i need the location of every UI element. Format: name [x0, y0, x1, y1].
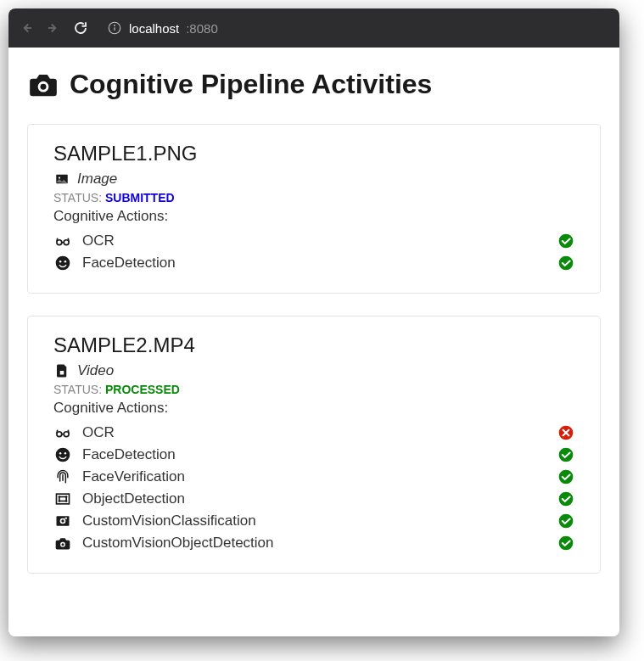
check-circle-icon: [557, 490, 574, 507]
url-host: localhost: [129, 21, 179, 36]
action-label: OCR: [82, 424, 547, 441]
forward-button-icon[interactable]: [46, 20, 61, 36]
action-row: CustomVisionClassification: [53, 510, 574, 532]
media-type-label: Video: [77, 362, 114, 379]
browser-toolbar: localhost:8080: [8, 8, 619, 48]
status-label: STATUS:: [53, 383, 102, 396]
url-port: :8080: [186, 21, 218, 36]
camera-icon: [27, 68, 59, 100]
status-value: PROCESSED: [102, 383, 180, 396]
status-row: STATUS: PROCESSED: [53, 383, 574, 396]
action-row: FaceVerification: [53, 466, 574, 488]
video-file-icon: [53, 363, 70, 378]
face-icon: [53, 446, 72, 463]
action-label: FaceDetection: [82, 446, 547, 463]
action-row: FaceDetection: [53, 252, 574, 274]
action-row: ObjectDetection: [53, 488, 574, 510]
action-label: OCR: [82, 232, 547, 249]
activity-card: SAMPLE2.MP4VideoSTATUS: PROCESSEDCogniti…: [27, 316, 601, 574]
activity-card: SAMPLE1.PNGImageSTATUS: SUBMITTEDCogniti…: [27, 124, 601, 294]
glasses-icon: [53, 232, 72, 249]
action-row: OCR: [53, 422, 574, 444]
glasses-icon: [53, 424, 72, 441]
check-circle-icon: [557, 255, 574, 272]
page-header: Cognitive Pipeline Activities: [27, 68, 601, 100]
camera-detect-icon: [53, 535, 72, 552]
back-button-icon[interactable]: [19, 20, 34, 36]
cognitive-actions-label: Cognitive Actions:: [53, 400, 574, 417]
media-type-row: Image: [53, 171, 574, 188]
address-bar[interactable]: localhost:8080: [107, 20, 218, 36]
action-label: FaceDetection: [82, 255, 547, 272]
card-title: SAMPLE1.PNG: [53, 142, 574, 165]
browser-window: localhost:8080 Cognitive Pipeline Activi…: [8, 8, 619, 636]
action-label: FaceVerification: [82, 468, 547, 485]
x-circle-icon: [557, 424, 574, 441]
media-type-row: Video: [53, 362, 574, 379]
status-row: STATUS: SUBMITTED: [53, 191, 574, 204]
image-icon: [53, 171, 70, 187]
check-circle-icon: [557, 468, 574, 485]
camera-classify-icon: [53, 513, 72, 529]
check-circle-icon: [557, 513, 574, 529]
card-title: SAMPLE2.MP4: [53, 333, 574, 357]
page-body: Cognitive Pipeline Activities SAMPLE1.PN…: [8, 48, 619, 636]
check-circle-icon: [557, 535, 574, 552]
reload-button-icon[interactable]: [73, 20, 88, 36]
cognitive-actions-label: Cognitive Actions:: [53, 208, 574, 225]
site-info-icon[interactable]: [107, 20, 122, 36]
action-label: CustomVisionObjectDetection: [82, 535, 547, 552]
check-circle-icon: [557, 446, 574, 463]
action-label: CustomVisionClassification: [82, 513, 547, 529]
action-label: ObjectDetection: [82, 490, 547, 507]
page-title: Cognitive Pipeline Activities: [70, 69, 432, 100]
action-row: FaceDetection: [53, 444, 574, 466]
action-row: CustomVisionObjectDetection: [53, 532, 574, 554]
face-icon: [53, 255, 72, 272]
object-icon: [53, 490, 72, 507]
check-circle-icon: [557, 232, 574, 249]
fingerprint-icon: [53, 468, 72, 485]
status-value: SUBMITTED: [102, 191, 175, 204]
action-row: OCR: [53, 230, 574, 252]
status-label: STATUS:: [53, 191, 102, 204]
media-type-label: Image: [77, 171, 117, 188]
